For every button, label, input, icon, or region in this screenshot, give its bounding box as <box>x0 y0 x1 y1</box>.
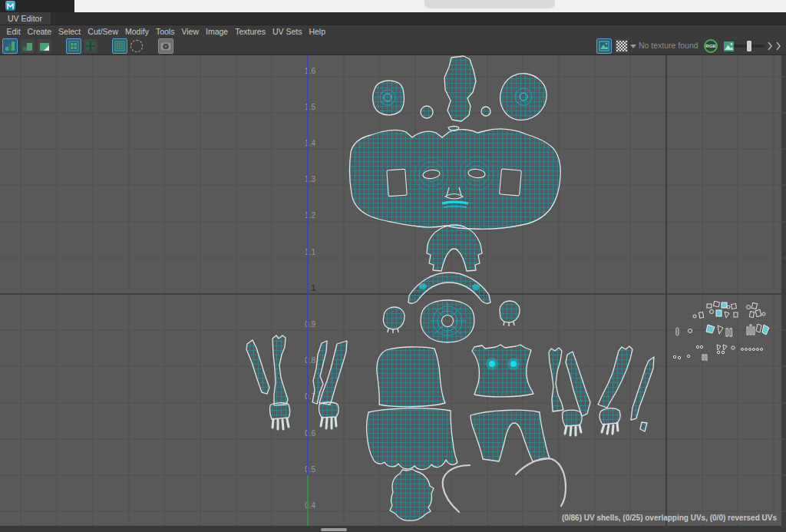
checker-tiles-icon[interactable] <box>66 38 81 54</box>
menu-image[interactable]: Image <box>203 27 232 36</box>
uv-shell-crown-ring[interactable] <box>421 300 474 342</box>
uv-shell-cap-bottom[interactable] <box>390 469 434 520</box>
bottom-bar <box>0 526 786 532</box>
uv-shell-ear-left-top[interactable] <box>373 81 405 115</box>
maya-logo-icon[interactable] <box>5 1 15 11</box>
menu-view[interactable]: View <box>178 27 203 36</box>
menu-help[interactable]: Help <box>305 27 329 36</box>
menu-modify[interactable]: Modify <box>121 27 152 36</box>
uv-shell-fragments[interactable] <box>673 301 769 360</box>
uv-viewport[interactable]: 1.6 1.5 1.4 1.3 1.2 1.1 1 0.9 0.8 0.7 0.… <box>0 55 786 526</box>
uv-shell-spine-top[interactable] <box>444 56 476 121</box>
menu-create[interactable]: Create <box>24 27 55 36</box>
menu-tools[interactable]: Tools <box>152 27 178 36</box>
image-dim-slider-thumb[interactable] <box>747 41 751 51</box>
background-window-pill <box>424 0 555 8</box>
uv-loop-curves[interactable] <box>443 458 566 512</box>
image-display-icon[interactable] <box>596 38 612 54</box>
dim-image-icon[interactable] <box>129 38 144 54</box>
expand-panel-chevron2-icon[interactable] <box>774 38 782 54</box>
uv-snapshot-camera-icon[interactable] <box>158 38 173 54</box>
pixel-grid-icon[interactable] <box>112 38 127 54</box>
shade-shells-icon[interactable] <box>37 38 52 54</box>
uv-shell-face[interactable] <box>350 129 561 229</box>
menu-select[interactable]: Select <box>55 27 84 36</box>
titlebar <box>0 0 786 12</box>
uv-shell-pants[interactable] <box>471 410 550 461</box>
tile-view-icon[interactable] <box>83 38 98 54</box>
pixel-snap-icon[interactable] <box>614 38 629 54</box>
menu-edit[interactable]: Edit <box>3 27 24 36</box>
uv-shell-arms-right[interactable] <box>549 346 654 435</box>
menu-uv-sets[interactable]: UV Sets <box>269 27 305 36</box>
uv-shell-ear-right-mid[interactable] <box>500 301 520 326</box>
rgb-icon-label: RGB <box>705 44 715 48</box>
uv-shell-brow-band[interactable] <box>408 273 490 303</box>
expand-panel-chevron-icon[interactable] <box>766 38 774 54</box>
uv-shell-torso-front[interactable] <box>472 345 533 397</box>
uv-shell-skirt[interactable] <box>367 408 457 470</box>
tab-uv-editor[interactable]: UV Editor <box>0 12 51 25</box>
toolbar: No texture found RGB <box>0 37 786 55</box>
menu-textures[interactable]: Textures <box>232 27 269 36</box>
menubar: Edit Create Select Cut/Sew Modify Tools … <box>0 25 786 37</box>
uv-shell-arms-left[interactable] <box>246 335 347 429</box>
uv-shell-torso-back[interactable] <box>377 347 445 407</box>
texture-dropdown-caret[interactable] <box>630 45 636 48</box>
texture-status-field[interactable]: No texture found <box>639 41 704 50</box>
uv-shells-canvas[interactable] <box>0 55 786 526</box>
uv-shell-arch[interactable] <box>427 225 482 271</box>
tab-strip: UV Editor <box>0 12 786 25</box>
shell-border-icon[interactable] <box>20 38 35 54</box>
uv-statistics-text: (0/86) UV shells, (0/25) overlapping UVs… <box>562 514 777 522</box>
uv-shell-ear-left-mid[interactable] <box>383 307 405 333</box>
titlebar-dark-corner <box>0 0 74 12</box>
menu-cut-sew[interactable]: Cut/Sew <box>84 27 122 36</box>
uv-distortion-icon[interactable] <box>2 38 18 54</box>
rgb-channels-icon[interactable]: RGB <box>704 39 718 53</box>
horizontal-scrollbar-thumb[interactable] <box>321 528 347 531</box>
uv-editor-window: UV Editor Edit Create Select Cut/Sew Mod… <box>0 0 786 532</box>
